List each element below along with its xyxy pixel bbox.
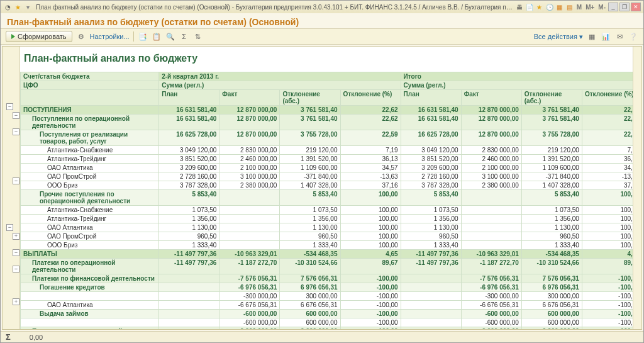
- doc-icon[interactable]: 📄: [525, 3, 534, 11]
- table-row[interactable]: ПОСТУПЛЕНИЯ16 631 581,4012 870 000,003 7…: [21, 106, 633, 115]
- expand-toggle[interactable]: +: [13, 298, 19, 305]
- col-cfo[interactable]: ЦФО: [21, 81, 159, 90]
- table-row[interactable]: Атлантика-Трейдинг1 356,001 356,00100,00…: [21, 215, 633, 223]
- table-row[interactable]: Поступления по операционной деятельности…: [21, 115, 633, 130]
- collapse-toggle[interactable]: −: [13, 112, 19, 119]
- row-label: ПОСТУПЛЕНИЯ: [21, 106, 159, 115]
- row-value: 100,00: [340, 232, 401, 241]
- row-value: 6 976 056,31: [280, 283, 340, 292]
- table-row[interactable]: ООО Бриз3 787 328,002 380 000,001 407 32…: [21, 181, 633, 190]
- history-icon[interactable]: 🕓: [545, 3, 554, 11]
- table-row[interactable]: ОАО ПромСтрой960,50960,50100,00960,50960…: [21, 232, 633, 241]
- row-value: 16 631 581,40: [401, 106, 461, 115]
- toolbar-icon-a[interactable]: ▦: [587, 31, 597, 42]
- memory-mminus[interactable]: M-: [597, 4, 607, 11]
- table-row[interactable]: ООО Бриз1 333,401 333,40100,001 333,401 …: [21, 241, 633, 250]
- row-value: -11 497 797,36: [159, 250, 219, 259]
- settings-link[interactable]: Настройки: [90, 33, 130, 40]
- collapse-toggle[interactable]: −: [6, 224, 13, 231]
- col-dev-abs-t[interactable]: Отклонение (абс.): [521, 90, 582, 106]
- memory-mplus[interactable]: M+: [584, 4, 596, 11]
- tool-icon-2[interactable]: 📋: [152, 31, 162, 42]
- row-value: 600 000,00: [280, 310, 340, 318]
- row-value: 1 333,40: [159, 241, 219, 250]
- fav-icon[interactable]: ★: [535, 3, 544, 11]
- minimize-button[interactable]: _: [608, 3, 618, 11]
- collapse-toggle[interactable]: −: [13, 249, 19, 256]
- tool-icon-4[interactable]: Σ: [179, 31, 189, 42]
- table-row[interactable]: Атлантика-Трейдинг3 851 520,002 460 000,…: [21, 155, 633, 164]
- table-row[interactable]: ВЫПЛАТЫ-11 497 797,36-10 963 329,01-534 …: [21, 250, 633, 259]
- table-row[interactable]: ОАО Атлантика1 130,001 130,00100,001 130…: [21, 223, 633, 232]
- row-value: 3 761 581,40: [521, 106, 582, 115]
- table-row[interactable]: ОАО ПромСтрой2 728 160,003 100 000,00-37…: [21, 172, 633, 181]
- row-value: -11 497 797,36: [159, 259, 219, 274]
- toolbar-icon-c[interactable]: ✉: [614, 31, 625, 42]
- col-total[interactable]: Итого: [401, 72, 633, 81]
- row-value: 3 851 520,00: [159, 155, 219, 164]
- collapse-toggle[interactable]: −: [13, 128, 19, 135]
- col-plan[interactable]: План: [159, 90, 219, 106]
- table-row[interactable]: Платежи по операционной деятельности-11 …: [21, 259, 633, 274]
- report-scroll[interactable]: План-фактный анализ по бюджету Счет/стат…: [20, 47, 633, 329]
- col-sum-period[interactable]: Сумма (регл.): [159, 81, 401, 90]
- table-row[interactable]: -300 000,00300 000,00-100,00-300 000,003…: [21, 292, 633, 301]
- help-icon[interactable]: ❔: [628, 31, 638, 42]
- row-value: [219, 206, 280, 215]
- row-value: 1 333,40: [280, 241, 340, 250]
- table-row[interactable]: ОАО Атлантика3 209 600,002 100 000,001 1…: [21, 164, 633, 172]
- row-value: -6 976 056,31: [219, 283, 280, 292]
- col-sum-total[interactable]: Сумма (регл.): [401, 81, 633, 90]
- star-icon[interactable]: ★: [13, 3, 22, 11]
- row-value: -7 576 056,31: [461, 274, 521, 283]
- table-row[interactable]: -600 000,00600 000,00-100,00-600 000,006…: [21, 318, 633, 327]
- row-value: -10 310 524,66: [280, 259, 340, 274]
- col-dev-pct[interactable]: Отклонение (%): [340, 90, 401, 106]
- restore-button[interactable]: ❐: [619, 3, 630, 11]
- col-dev-pct-t[interactable]: Отклонение (%): [582, 90, 633, 106]
- table-row[interactable]: ОАО Атлантика-6 676 056,316 676 056,31-1…: [21, 301, 633, 310]
- row-value: 600 000,00: [521, 310, 582, 318]
- table-row[interactable]: Атлантика-Снабжение3 049 120,002 830 000…: [21, 146, 633, 155]
- col-fact-t[interactable]: Факт: [461, 90, 521, 106]
- table-row[interactable]: Погашение кредитов-6 976 056,316 976 056…: [21, 283, 633, 292]
- settings-icon[interactable]: ⚙: [76, 31, 86, 42]
- run-button[interactable]: Сформировать: [6, 31, 72, 42]
- row-value: -600 000,00: [219, 318, 280, 327]
- expand-toggle[interactable]: +: [13, 233, 19, 240]
- row-value: 12 870 000,00: [461, 106, 521, 115]
- collapse-toggle[interactable]: −: [6, 103, 13, 110]
- collapse-toggle[interactable]: −: [13, 266, 19, 273]
- col-plan-t[interactable]: План: [401, 90, 461, 106]
- tool-icon-3[interactable]: 🔍: [165, 31, 175, 42]
- col-fact[interactable]: Факт: [219, 90, 280, 106]
- row-value: 1 073,50: [521, 206, 582, 215]
- all-actions-link[interactable]: Все действия ▾: [534, 33, 583, 41]
- table-row[interactable]: Поступления от реализации товаров, работ…: [21, 130, 633, 146]
- tool-icon-1[interactable]: 📑: [138, 31, 148, 42]
- table-row[interactable]: Атлантика-Снабжение1 073,501 073,50100,0…: [21, 206, 633, 215]
- print-icon[interactable]: 🖶: [515, 3, 524, 11]
- col-period[interactable]: 2-й квартал 2013 г.: [159, 72, 401, 81]
- col-dev-abs[interactable]: Отклонение (абс.): [280, 90, 340, 106]
- memory-m[interactable]: M: [575, 4, 583, 11]
- table-row[interactable]: Платежи по финансовой деятельности-7 576…: [21, 274, 633, 283]
- toolbar-icon-b[interactable]: 📊: [601, 31, 611, 42]
- close-button[interactable]: ✕: [631, 3, 641, 11]
- table-row[interactable]: Прочие поступления по операционной деяте…: [21, 190, 633, 206]
- row-value: [401, 292, 461, 301]
- calendar-icon[interactable]: ▤: [565, 3, 574, 11]
- table-row[interactable]: Выдача займов-600 000,00600 000,00-100,0…: [21, 310, 633, 318]
- col-account[interactable]: Счет/статья бюджета: [21, 72, 159, 81]
- row-value: 6 976 056,31: [521, 283, 582, 292]
- dropdown-icon[interactable]: ▾: [23, 3, 32, 11]
- collapse-toggle[interactable]: −: [13, 177, 19, 184]
- calc-icon[interactable]: ▦: [555, 3, 564, 11]
- row-value: 1 130,00: [401, 223, 461, 232]
- table-row[interactable]: Платежи по инвестиционной деятельности-2…: [21, 327, 633, 330]
- tool-icon-5[interactable]: ⇅: [193, 31, 203, 42]
- row-value: 1 356,00: [521, 215, 582, 223]
- row-value: -600 000,00: [461, 310, 521, 318]
- row-value: -534 468,35: [521, 250, 582, 259]
- row-value: -11 497 797,36: [401, 259, 461, 274]
